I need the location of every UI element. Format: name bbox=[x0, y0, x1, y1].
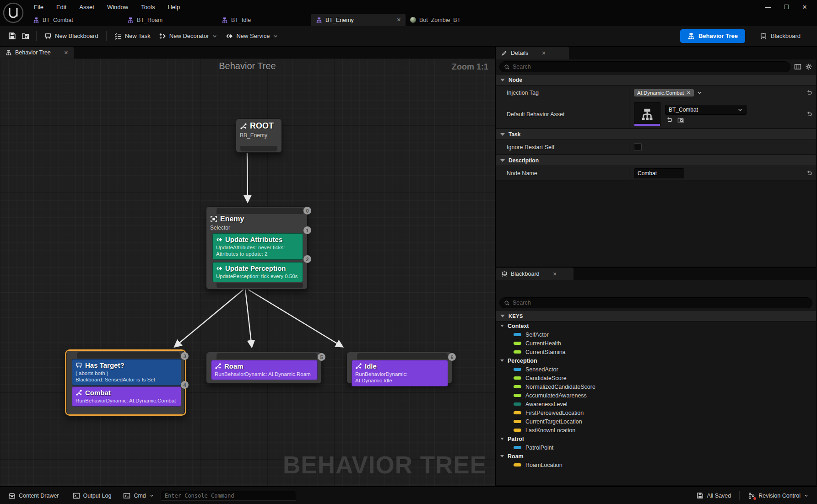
new-decorator-button[interactable]: New Decorator bbox=[155, 29, 222, 43]
all-saved-button[interactable]: All Saved bbox=[693, 489, 735, 502]
node-output-pin[interactable] bbox=[216, 283, 303, 288]
browse-to-asset-button[interactable] bbox=[19, 29, 32, 43]
node-output-pin[interactable] bbox=[240, 146, 277, 151]
details-search-box[interactable] bbox=[499, 61, 790, 72]
service-update-attributes[interactable]: Update Attributes UpdateAttributes: neve… bbox=[212, 233, 303, 260]
output-log-button[interactable]: Output Log bbox=[69, 489, 115, 502]
blackboard-key[interactable]: SensedActor bbox=[496, 365, 816, 374]
save-button[interactable] bbox=[5, 29, 19, 43]
blackboard-search-box[interactable] bbox=[499, 297, 812, 308]
root-node[interactable]: ROOT BB_Enemy bbox=[236, 118, 282, 153]
task-idle[interactable]: Idle RunBehaviorDynamic: AI.Dynamic.Idle bbox=[352, 360, 448, 386]
key-category-patrol[interactable]: Patrol bbox=[496, 434, 816, 443]
task-combat[interactable]: Combat RunBehaviorDynamic: AI.Dynamic.Co… bbox=[72, 386, 181, 407]
new-task-button[interactable]: New Task bbox=[110, 29, 155, 43]
menu-file[interactable]: File bbox=[28, 2, 49, 12]
blackboard-mode-button[interactable]: Blackboard bbox=[755, 29, 805, 43]
key-category-context[interactable]: Context bbox=[496, 322, 816, 330]
blackboard-key[interactable]: NormalizedCandidateScore bbox=[496, 382, 816, 391]
task-roam[interactable]: Roam RunBehaviorDynamic: AI.Dynamic.Roam bbox=[211, 360, 318, 380]
default-behavior-asset-dropdown[interactable]: BT_Combat bbox=[665, 105, 747, 115]
key-name: AccumulatedAwareness bbox=[525, 392, 587, 399]
close-panel-icon[interactable]: ✕ bbox=[64, 50, 68, 56]
blackboard-key[interactable]: AwarenessLevel bbox=[496, 400, 816, 408]
details-search-input[interactable] bbox=[513, 64, 786, 70]
console-command-input[interactable] bbox=[161, 491, 296, 501]
close-window-button[interactable]: ✕ bbox=[797, 1, 812, 12]
browse-to-asset-icon[interactable] bbox=[677, 117, 684, 123]
revision-control-button[interactable]: Revision Control bbox=[744, 489, 812, 502]
new-service-button[interactable]: New Service bbox=[222, 29, 282, 43]
asset-tab-bt-idle[interactable]: BT_Idle bbox=[217, 14, 311, 26]
blackboard-key[interactable]: CurrentTargetLocation bbox=[496, 417, 816, 426]
roam-task-node[interactable]: 5 Roam RunBehaviorDynamic: AI.Dynamic.Ro… bbox=[206, 352, 322, 384]
use-selected-asset-icon[interactable] bbox=[666, 117, 673, 123]
main-area: Behavior Tree ✕ Behavior Tree Zoom 1:1 B… bbox=[0, 47, 817, 486]
blackboard-key[interactable]: LastKnownLocation bbox=[496, 426, 816, 434]
menu-tools[interactable]: Tools bbox=[135, 2, 160, 12]
key-name: AwarenessLevel bbox=[525, 401, 568, 407]
blackboard-key[interactable]: CandidateScore bbox=[496, 374, 816, 382]
reset-to-default-icon[interactable] bbox=[806, 90, 812, 96]
node-name-input[interactable] bbox=[634, 168, 684, 178]
maximize-button[interactable]: ☐ bbox=[779, 1, 794, 12]
blackboard-key[interactable]: SelfActor bbox=[496, 330, 816, 339]
remove-tag-icon[interactable]: ✕ bbox=[687, 90, 690, 95]
close-panel-icon[interactable]: ✕ bbox=[553, 271, 557, 277]
behavior-tree-mode-button[interactable]: Behavior Tree bbox=[680, 29, 745, 43]
blackboard-search-input[interactable] bbox=[513, 300, 808, 306]
selector-icon bbox=[210, 215, 217, 223]
section-header-task[interactable]: Task bbox=[496, 129, 816, 140]
key-category-roam[interactable]: Roam bbox=[496, 452, 816, 461]
blackboard-key[interactable]: PatrolPoint bbox=[496, 443, 816, 452]
chevron-down-icon[interactable] bbox=[697, 90, 703, 96]
close-tab-icon[interactable]: ✕ bbox=[397, 17, 401, 23]
blackboard-key[interactable]: FirstPerceivedLocation bbox=[496, 408, 816, 417]
enemy-selector-node[interactable]: 0 Enemy Selector 1 Update Attributes Upd… bbox=[206, 206, 308, 290]
blackboard-key[interactable]: RoamLocation bbox=[496, 461, 816, 469]
execution-index-badge: 4 bbox=[181, 381, 189, 389]
service-update-perception[interactable]: Update Perception UpdatePerception: tick… bbox=[212, 262, 303, 282]
combat-task-node[interactable]: 3 Has Target? ( aborts both ) Blackboard… bbox=[66, 351, 185, 414]
asset-tab-bot-zombie-bt[interactable]: Bot_Zombie_BT bbox=[406, 14, 500, 26]
blackboard-panel-tab[interactable]: Blackboard ✕ bbox=[496, 268, 574, 280]
section-header-node[interactable]: Node bbox=[496, 74, 816, 86]
key-name: SelfActor bbox=[525, 332, 549, 338]
blackboard-key[interactable]: CurrentStamina bbox=[496, 348, 816, 356]
reset-to-default-icon[interactable] bbox=[806, 170, 812, 177]
asset-thumbnail[interactable] bbox=[634, 102, 660, 126]
menu-asset[interactable]: Asset bbox=[74, 2, 100, 12]
idle-task-node[interactable]: 6 Idle RunBehaviorDynamic: AI.Dynamic.Id… bbox=[346, 352, 452, 384]
behavior-tree-panel-tab[interactable]: Behavior Tree ✕ bbox=[0, 47, 74, 59]
key-category-perception[interactable]: Perception bbox=[496, 356, 816, 365]
section-header-description[interactable]: Description bbox=[496, 155, 816, 166]
execution-index-badge: 6 bbox=[448, 353, 456, 361]
cmd-button[interactable]: Cmd bbox=[119, 489, 157, 502]
content-drawer-button[interactable]: Content Drawer bbox=[5, 489, 63, 502]
ignore-restart-self-checkbox[interactable] bbox=[634, 143, 642, 151]
minimize-button[interactable]: — bbox=[760, 1, 776, 12]
blackboard-key[interactable]: CurrentHealth bbox=[496, 339, 816, 348]
node-input-pin[interactable] bbox=[357, 353, 448, 359]
details-panel-tab[interactable]: Details ✕ bbox=[496, 47, 569, 59]
blackboard-key[interactable]: AccumulatedAwareness bbox=[496, 391, 816, 400]
new-blackboard-button[interactable]: New Blackboard bbox=[40, 29, 103, 43]
graph-canvas[interactable]: Behavior Tree Zoom 1:1 BEHAVIOR TREE bbox=[0, 59, 495, 486]
menu-help[interactable]: Help bbox=[162, 2, 185, 12]
node-input-pin[interactable] bbox=[216, 208, 303, 214]
asset-tab-bt-roam[interactable]: BT_Roam bbox=[123, 14, 217, 26]
gear-icon[interactable] bbox=[805, 63, 812, 70]
node-subtitle: BB_Enemy bbox=[236, 132, 281, 141]
asset-tab-bt-enemy[interactable]: BT_Enemy ✕ bbox=[311, 14, 406, 26]
reset-to-default-icon[interactable] bbox=[806, 111, 812, 118]
node-input-pin[interactable] bbox=[77, 352, 180, 359]
menu-window[interactable]: Window bbox=[102, 2, 134, 12]
decorator-has-target[interactable]: Has Target? ( aborts both ) Blackboard: … bbox=[72, 359, 181, 386]
display-options-icon[interactable] bbox=[794, 63, 801, 70]
close-panel-icon[interactable]: ✕ bbox=[541, 50, 546, 56]
keys-header[interactable]: KEYS bbox=[496, 310, 816, 322]
asset-tab-bt-combat[interactable]: BT_Combat bbox=[28, 14, 123, 26]
injection-tag-chip[interactable]: AI.Dynamic.Combat ✕ bbox=[634, 89, 694, 97]
node-input-pin[interactable] bbox=[216, 353, 317, 359]
menu-edit[interactable]: Edit bbox=[51, 2, 72, 12]
